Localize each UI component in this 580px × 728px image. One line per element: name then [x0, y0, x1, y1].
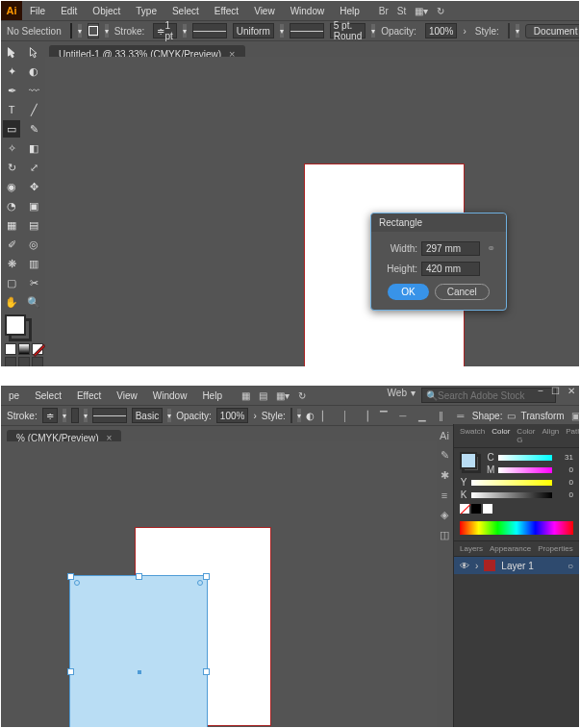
stock-icon-b[interactable]: ▤	[259, 390, 267, 401]
k-slider[interactable]	[471, 492, 552, 498]
canvas-area[interactable]: Rectangle Width: 297 mm ⚭ Height: 420 mm…	[45, 57, 579, 366]
eraser-tool-icon[interactable]: ◧	[25, 139, 42, 157]
close-icon[interactable]: ✕	[567, 386, 575, 396]
handle-tm[interactable]	[136, 573, 142, 580]
distribute-v-icon[interactable]: ═	[454, 411, 467, 421]
scale-tool-icon[interactable]: ⤢	[25, 159, 42, 176]
height-input[interactable]: 420 mm	[421, 262, 480, 276]
style-dd-b[interactable]: ▾	[297, 409, 301, 422]
stroke-weight-dropdown[interactable]: ▾	[183, 24, 187, 38]
sync-icon-b[interactable]: ↻	[298, 390, 306, 401]
hand-tool-icon[interactable]: ✋	[3, 293, 20, 311]
fill-stroke-swatch[interactable]	[5, 314, 32, 341]
draw-behind-icon[interactable]	[18, 357, 30, 366]
curvature-tool-icon[interactable]: 〰	[25, 82, 42, 99]
free-transform-tool-icon[interactable]: ✥	[25, 178, 42, 195]
recolor-icon[interactable]: ◐	[306, 411, 315, 421]
magic-wand-tool-icon[interactable]: ✦	[3, 63, 20, 80]
width-tool-icon[interactable]: ◉	[3, 178, 20, 195]
menu-view[interactable]: View	[246, 6, 283, 16]
opacity-flyout-icon[interactable]: ›	[463, 26, 466, 37]
rotate-tool-icon[interactable]: ↻	[3, 159, 20, 176]
symbol-sprayer-tool-icon[interactable]: ❋	[3, 255, 20, 272]
c-slider[interactable]	[498, 455, 552, 461]
brush-b[interactable]	[71, 408, 79, 423]
brush-dropdown[interactable]: ▾	[371, 24, 375, 38]
menu-type[interactable]: Type	[128, 6, 164, 16]
artboard-tool-icon[interactable]: ▢	[3, 274, 20, 291]
stroke-swatch[interactable]	[88, 23, 99, 38]
style-swatch-b[interactable]	[290, 408, 292, 423]
pen-tool-icon[interactable]: ✒	[3, 82, 20, 99]
menu-object[interactable]: Object	[85, 6, 128, 16]
swatches-tab[interactable]: Swatch	[460, 427, 485, 444]
document-setup-button[interactable]: Document Setup	[525, 24, 579, 38]
handle-tl[interactable]	[67, 573, 74, 580]
menu-edit[interactable]: Edit	[53, 6, 85, 16]
brush-dd-b[interactable]: ▾	[84, 409, 88, 422]
rectangle-tool-icon[interactable]: ▭	[3, 120, 20, 138]
none-mode-icon[interactable]	[32, 343, 43, 355]
workspace-switcher[interactable]: Web▾	[388, 388, 416, 398]
align-tab[interactable]: Align	[542, 427, 559, 444]
spectrum-picker[interactable]	[460, 521, 573, 535]
color-tab[interactable]: Color	[492, 427, 510, 444]
width-input[interactable]: 297 mm	[421, 241, 480, 256]
menu-effect-b[interactable]: Effect	[69, 390, 109, 401]
opacity-flyout-b[interactable]: ›	[253, 411, 256, 421]
zoom-tool-icon[interactable]: 🔍	[25, 293, 42, 311]
stroke-weight-input[interactable]: ≑1 pt	[153, 23, 176, 38]
menu-window-b[interactable]: Window	[145, 390, 195, 401]
opacity-input[interactable]: 100%	[425, 23, 458, 38]
gradient-tool-icon[interactable]: ▤	[25, 216, 42, 234]
shape-icon[interactable]: ▭	[507, 411, 516, 421]
align-bottom-icon[interactable]: ▁	[416, 411, 429, 421]
bridge-icon[interactable]: Br	[379, 6, 389, 16]
brush-preview[interactable]	[290, 23, 324, 38]
arrange-icon-b[interactable]: ▦▾	[276, 390, 290, 401]
vw-name[interactable]: Uniform	[233, 23, 274, 38]
corner-widget-tl[interactable]	[74, 580, 80, 586]
menu-help[interactable]: Help	[332, 6, 367, 16]
align-right-icon[interactable]: ▕	[358, 411, 371, 421]
pathfinder-tab[interactable]: Pathfin	[566, 427, 579, 444]
mesh-tool-icon[interactable]: ▦	[3, 216, 20, 234]
menu-view-b[interactable]: View	[109, 390, 145, 401]
align-left-icon[interactable]: ▏	[319, 411, 333, 421]
handle-rm[interactable]	[203, 668, 210, 675]
bridge-icon-b[interactable]: ▦	[241, 390, 250, 401]
style-swatch[interactable]	[508, 23, 510, 38]
align-center-h-icon[interactable]: │	[339, 411, 352, 421]
vw-dropdown[interactable]: ▾	[280, 24, 284, 38]
menu-file[interactable]: File	[22, 6, 53, 16]
gradient-mode-icon[interactable]	[18, 343, 30, 355]
black-swatch-icon[interactable]	[471, 504, 481, 514]
layer-name[interactable]: Layer 1	[501, 561, 533, 571]
brushes-icon[interactable]: ✎	[441, 449, 449, 462]
k-value[interactable]: 0	[556, 490, 573, 499]
menu-effect[interactable]: Effect	[207, 6, 246, 16]
arrange-icon[interactable]: ▦▾	[415, 6, 428, 16]
stroke-icon[interactable]: ≡	[441, 490, 447, 501]
blend-tool-icon[interactable]: ◎	[25, 236, 42, 253]
shaper-tool-icon[interactable]: ✧	[3, 139, 20, 157]
cancel-button[interactable]: Cancel	[435, 284, 490, 300]
y-value[interactable]: 0	[556, 478, 573, 487]
draw-inside-icon[interactable]	[32, 357, 43, 366]
libraries-icon[interactable]: Ai	[440, 430, 449, 441]
ok-button[interactable]: OK	[388, 284, 428, 300]
white-swatch-icon[interactable]	[483, 504, 492, 514]
panel-fill-stroke-swatch[interactable]	[460, 452, 481, 473]
handle-lm[interactable]	[67, 668, 74, 675]
properties-tab[interactable]: Properties	[538, 544, 572, 553]
distribute-h-icon[interactable]: ‖	[435, 411, 448, 421]
m-slider[interactable]	[498, 467, 552, 473]
search-input[interactable]: 🔍 Search Adobe Stock	[421, 388, 556, 403]
menu-select[interactable]: Select	[164, 6, 207, 16]
color-mode-icon[interactable]	[5, 343, 16, 355]
opacity-input-b[interactable]: 100%	[216, 408, 249, 423]
c-value[interactable]: 31	[556, 453, 573, 462]
selection-tool-icon[interactable]	[3, 43, 20, 61]
perspective-tool-icon[interactable]: ▣	[25, 197, 42, 214]
stock-icon[interactable]: St	[397, 6, 406, 16]
